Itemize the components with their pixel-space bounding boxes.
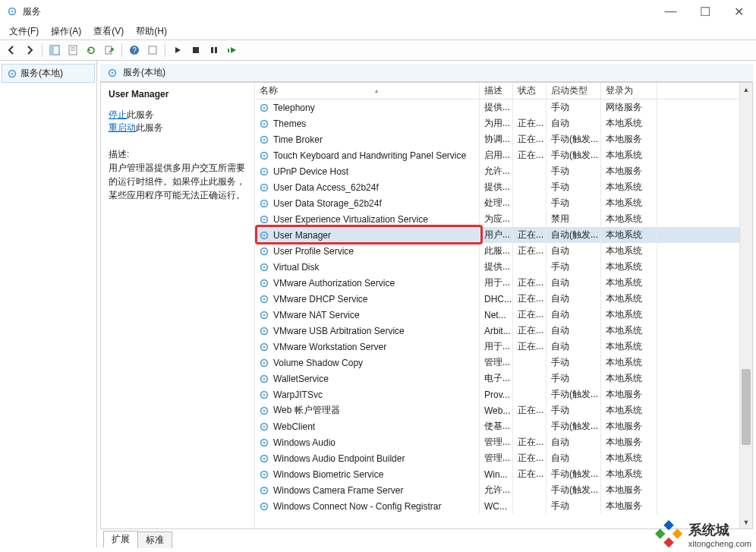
service-row[interactable]: User Data Access_62b24f提供...手动本地系统 <box>255 179 739 195</box>
service-startup: 手动 <box>547 99 601 115</box>
service-row[interactable]: WalletService电子...手动本地系统 <box>255 371 739 386</box>
service-logon: 本地系统 <box>601 291 657 307</box>
col-name[interactable]: 名称▴ <box>255 83 480 99</box>
service-startup: 自动 <box>547 323 601 339</box>
tab-standard[interactable]: 标准 <box>137 531 172 548</box>
service-row[interactable]: User Data Storage_62b24f处理...手动本地系统 <box>255 195 739 211</box>
refresh-button[interactable] <box>83 42 99 58</box>
pane-header-title: 服务(本地) <box>123 66 165 79</box>
service-status <box>513 259 547 275</box>
services-app-icon <box>6 5 18 17</box>
restart-service-button[interactable] <box>224 42 241 58</box>
service-row[interactable]: Web 帐户管理器Web...正在...手动本地系统 <box>255 402 739 418</box>
service-logon: 本地系统 <box>601 323 657 339</box>
service-name: WebClient <box>273 421 315 432</box>
window-title: 服务 <box>23 5 654 18</box>
service-row[interactable]: Windows Audio Endpoint Builder管理...正在...… <box>255 450 739 466</box>
service-name: Telephony <box>273 103 315 113</box>
service-row[interactable]: WebClient使基...手动(触发...本地服务 <box>255 418 739 434</box>
service-row[interactable]: VMware Workstation Server用于...正在...自动本地系… <box>255 339 739 355</box>
menu-help[interactable]: 帮助(H) <box>130 24 173 39</box>
service-icon <box>258 261 270 273</box>
svg-point-58 <box>263 409 266 412</box>
stop-link[interactable]: 停止 <box>109 109 127 120</box>
service-name: User Experience Virtualization Service <box>273 214 428 225</box>
service-row[interactable]: VMware NAT ServiceNet...正在...自动本地系统 <box>255 307 739 323</box>
service-status: 正在... <box>513 307 547 323</box>
service-row[interactable]: Themes为用...正在...自动本地系统 <box>255 115 739 131</box>
service-desc: WC... <box>480 498 513 514</box>
service-row[interactable]: VMware Authorization Service用于...正在...自动… <box>255 275 739 291</box>
service-row[interactable]: User Manager用户...正在...自动(触发...本地系统 <box>255 227 739 243</box>
svg-point-46 <box>263 314 266 316</box>
svg-point-50 <box>263 345 266 348</box>
maximize-button[interactable]: ☐ <box>688 0 722 23</box>
service-row[interactable]: Touch Keyboard and Handwriting Panel Ser… <box>255 147 739 163</box>
service-desc: 协调... <box>480 131 513 147</box>
restart-link[interactable]: 重启动 <box>109 122 136 133</box>
tree-root-node[interactable]: 服务(本地) <box>2 64 95 83</box>
service-startup: 自动 <box>547 275 601 291</box>
service-row[interactable]: Windows Audio管理...正在...自动本地服务 <box>255 434 739 450</box>
service-row[interactable]: Time Broker协调...正在...手动(触发...本地服务 <box>255 131 739 147</box>
service-desc: 用于... <box>480 339 513 355</box>
service-row[interactable]: VMware DHCP ServiceDHC...正在...自动本地系统 <box>255 291 739 307</box>
start-service-button[interactable] <box>169 42 186 58</box>
export-button[interactable] <box>101 42 118 58</box>
service-icon <box>258 421 270 433</box>
minimize-button[interactable]: — <box>654 0 688 23</box>
service-row[interactable]: UPnP Device Host允许...手动本地服务 <box>255 163 739 179</box>
service-startup: 手动 <box>547 371 601 386</box>
service-row[interactable]: User Experience Virtualization Service为应… <box>255 211 739 227</box>
forward-button[interactable] <box>21 42 38 58</box>
properties-button[interactable] <box>65 42 81 58</box>
service-status: 正在... <box>513 243 547 259</box>
menu-file[interactable]: 文件(F) <box>3 24 45 39</box>
scroll-thumb[interactable] <box>742 369 751 445</box>
service-name: User Data Access_62b24f <box>273 182 379 193</box>
vertical-scrollbar[interactable]: ▲ ▼ <box>739 83 752 528</box>
svg-point-60 <box>263 425 266 427</box>
scroll-track[interactable] <box>740 96 752 516</box>
titlebar: 服务 — ☐ ✕ <box>0 0 756 23</box>
service-row[interactable]: Windows Camera Frame Server允许...手动(触发...… <box>255 482 739 498</box>
help-button[interactable]: ? <box>126 42 143 58</box>
sort-asc-icon: ▴ <box>278 87 474 94</box>
service-name: VMware DHCP Service <box>273 294 367 304</box>
stop-service-button[interactable] <box>187 42 204 58</box>
action-button[interactable] <box>144 42 161 58</box>
service-name: Volume Shadow Copy <box>273 358 363 368</box>
service-icon <box>258 102 270 114</box>
service-name: Time Broker <box>273 134 323 145</box>
service-logon: 本地系统 <box>601 147 657 163</box>
back-button[interactable] <box>3 42 20 58</box>
svg-point-54 <box>263 377 266 380</box>
col-startup[interactable]: 启动类型 <box>547 83 601 99</box>
tab-extended[interactable]: 扩展 <box>103 531 138 547</box>
col-logon[interactable]: 登录为 <box>601 83 657 99</box>
col-description[interactable]: 描述 <box>480 83 513 99</box>
service-row[interactable]: Windows Biometric ServiceWin...正在...手动(触… <box>255 466 739 482</box>
service-desc: 启用... <box>480 147 513 163</box>
service-row[interactable]: WarpJITSvcProv...手动(触发...本地服务 <box>255 386 739 402</box>
service-row[interactable]: User Profile Service此服...正在...自动本地系统 <box>255 243 739 259</box>
menu-action[interactable]: 操作(A) <box>45 24 87 39</box>
service-row[interactable]: Volume Shadow Copy管理...手动本地系统 <box>255 355 739 371</box>
service-row[interactable]: Windows Connect Now - Config RegistrarWC… <box>255 498 739 514</box>
service-status: 正在... <box>513 466 547 482</box>
show-hide-tree-button[interactable] <box>46 42 63 58</box>
list-body[interactable]: Telephony提供...手动网络服务Themes为用...正在...自动本地… <box>255 99 739 528</box>
menu-view[interactable]: 查看(V) <box>87 24 130 39</box>
scroll-up-button[interactable]: ▲ <box>740 83 752 96</box>
service-desc: 提供... <box>480 259 513 275</box>
service-status: 正在... <box>513 275 547 291</box>
close-button[interactable]: ✕ <box>722 0 756 23</box>
service-row[interactable]: Telephony提供...手动网络服务 <box>255 99 739 115</box>
service-desc: 管理... <box>480 355 513 371</box>
col-status[interactable]: 状态 <box>513 83 547 99</box>
service-logon: 本地系统 <box>601 307 657 323</box>
service-row[interactable]: Virtual Disk提供...手动本地系统 <box>255 259 739 275</box>
service-row[interactable]: VMware USB Arbitration ServiceArbit...正在… <box>255 323 739 339</box>
pause-service-button[interactable] <box>206 42 222 58</box>
service-desc: 为应... <box>480 211 513 227</box>
